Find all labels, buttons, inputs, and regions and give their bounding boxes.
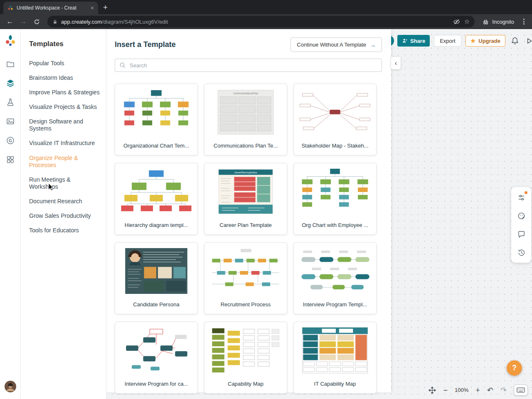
sidebar-item-visualize-projects[interactable]: Visualize Projects & Tasks: [29, 103, 100, 111]
template-card[interactable]: Interview Program Templ...: [293, 242, 377, 314]
sidebar-item-grow-sales[interactable]: Grow Sales Productivity: [29, 212, 100, 219]
google-g-icon[interactable]: G: [5, 135, 16, 146]
zoom-out-icon[interactable]: −: [443, 387, 448, 394]
template-card[interactable]: Hierarchy diagram templ...: [115, 163, 198, 235]
template-card[interactable]: Stakeholder Map - Stakeh...: [293, 84, 377, 155]
template-name: Capability Map: [228, 375, 264, 392]
notification-dot: [525, 191, 527, 194]
svg-text:CommunicationsPlan: CommunicationsPlan: [233, 92, 259, 95]
template-card[interactable]: CommunicationsPlan Communications Plan T…: [204, 84, 287, 155]
template-name: Communications Plan Te...: [214, 137, 278, 154]
template-thumbnail: [297, 325, 373, 375]
template-thumbnail: [118, 87, 194, 137]
browser-tab[interactable]: Untitled Workspace - Creat ×: [3, 2, 98, 14]
template-thumbnail: [297, 167, 373, 217]
template-name: Career Plan Template: [219, 217, 272, 234]
tab-favicon: [7, 5, 13, 11]
template-name: Interview Program Templ...: [303, 296, 367, 313]
share-button[interactable]: Share: [397, 35, 430, 47]
gallery-title: Insert a Template: [115, 40, 176, 49]
url-text[interactable]: app.creately.com/diagram/S4jhOLuxg6V/edi…: [61, 19, 450, 25]
left-rail: G: [0, 29, 21, 399]
search-icon: [119, 62, 126, 69]
sidebar-item-brainstorm-ideas[interactable]: Brainstorm Ideas: [29, 74, 100, 81]
bookmark-star-icon[interactable]: ☆: [464, 18, 470, 25]
canvas-topbar: Share Export ★ Upgrade: [383, 35, 532, 47]
search-input[interactable]: [130, 62, 377, 69]
incognito-icon: [482, 18, 489, 25]
template-card[interactable]: Capability Map: [204, 322, 287, 394]
pan-tool-icon[interactable]: [428, 386, 436, 394]
upgrade-star-icon: ★: [470, 38, 476, 44]
template-name: Candidate Persona: [133, 296, 179, 313]
template-grid: Organizational Chart Tem... Communicatio…: [115, 84, 382, 394]
redo-icon[interactable]: ↷: [500, 387, 507, 394]
undo-icon[interactable]: ↶: [487, 387, 493, 394]
sidebar-item-design-software[interactable]: Design Software and Systems: [29, 118, 100, 132]
back-icon[interactable]: ←: [4, 16, 16, 27]
svg-text:CareerPlanningOutline: CareerPlanningOutline: [234, 171, 257, 174]
plugins-icon[interactable]: [5, 154, 16, 165]
template-card[interactable]: Recruitment Process: [204, 242, 287, 314]
upgrade-button[interactable]: ★ Upgrade: [466, 35, 505, 47]
continue-without-template-button[interactable]: Continue Without A Template →: [291, 37, 382, 52]
zoom-in-icon[interactable]: +: [475, 387, 480, 394]
export-button[interactable]: Export: [434, 35, 461, 47]
template-thumbnail: CareerPlanningOutline: [208, 167, 283, 217]
keyboard-shortcuts-button[interactable]: [514, 384, 528, 396]
template-thumbnail: [297, 87, 373, 137]
template-name: Org Chart with Employee ...: [302, 217, 368, 234]
eye-blocked-icon[interactable]: [453, 18, 460, 25]
template-card[interactable]: Organizational Chart Tem...: [115, 84, 198, 155]
present-play-icon[interactable]: [524, 35, 532, 46]
sidebar-item-popular-tools[interactable]: Popular Tools: [29, 60, 100, 67]
browser-toolbar: ← → app.creately.com/diagram/S4jhOLuxg6V…: [0, 14, 532, 29]
template-name: Interview Program for ca...: [125, 375, 188, 392]
template-gallery: Insert a Template Continue Without A Tem…: [106, 29, 391, 392]
template-thumbnail: [118, 167, 194, 217]
share-person-icon: [402, 38, 408, 44]
template-card[interactable]: Candidate Persona: [115, 242, 198, 314]
folders-icon[interactable]: [5, 58, 16, 70]
comments-icon[interactable]: [516, 229, 526, 239]
help-button[interactable]: ?: [507, 360, 522, 376]
user-avatar[interactable]: [5, 381, 16, 394]
notifications-bell-icon[interactable]: [510, 35, 520, 46]
template-thumbnail: [118, 246, 194, 296]
incognito-badge: Incognito: [480, 18, 518, 25]
templates-panel: Templates Popular Tools Brainstorm Ideas…: [21, 29, 106, 399]
template-search[interactable]: [115, 59, 382, 72]
sidebar-item-tools-for-educators[interactable]: Tools for Educators: [29, 227, 100, 234]
stickers-icon[interactable]: [516, 211, 526, 221]
settings-sliders-icon[interactable]: [516, 192, 526, 202]
shapes-layers-icon[interactable]: [5, 77, 16, 89]
template-name: IT Capability Map: [314, 375, 356, 392]
forward-icon[interactable]: →: [17, 16, 29, 27]
sidebar-item-organize-people[interactable]: Organize People & Processes: [29, 155, 100, 169]
sidebar-item-run-meetings[interactable]: Run Meetings & Workshops: [29, 176, 100, 190]
new-tab-button[interactable]: +: [103, 3, 108, 12]
reload-icon[interactable]: [31, 16, 42, 27]
creately-logo[interactable]: [5, 34, 16, 48]
collapse-panel-chevron[interactable]: ‹: [391, 57, 401, 69]
beaker-icon[interactable]: [5, 96, 16, 108]
template-name: Stakeholder Map - Stakeh...: [301, 137, 368, 154]
browser-menu-icon[interactable]: [520, 19, 528, 25]
address-bar[interactable]: app.creately.com/diagram/S4jhOLuxg6V/edi…: [47, 16, 475, 27]
template-card[interactable]: CareerPlanningOutline Career Plan Templa…: [204, 163, 287, 235]
zoom-level[interactable]: 100%: [455, 387, 468, 393]
template-card[interactable]: Interview Program for ca...: [115, 322, 198, 394]
svg-text:G: G: [9, 138, 12, 143]
template-card[interactable]: IT Capability Map: [293, 322, 377, 394]
sidebar-item-visualize-it[interactable]: Visualize IT Infrastructure: [29, 140, 100, 147]
sidebar-item-document-research[interactable]: Document Research: [29, 198, 100, 205]
history-icon[interactable]: [516, 247, 526, 257]
tab-title: Untitled Workspace - Creat: [17, 5, 87, 11]
template-thumbnail: [118, 325, 194, 375]
template-card[interactable]: Org Chart with Employee ...: [293, 163, 377, 235]
tab-close-icon[interactable]: ×: [91, 5, 94, 11]
sidebar-item-improve-plans[interactable]: Improve Plans & Strategies: [29, 89, 100, 96]
images-icon[interactable]: [5, 116, 16, 127]
template-thumbnail: CommunicationsPlan: [208, 87, 283, 137]
lock-icon[interactable]: [52, 19, 58, 25]
